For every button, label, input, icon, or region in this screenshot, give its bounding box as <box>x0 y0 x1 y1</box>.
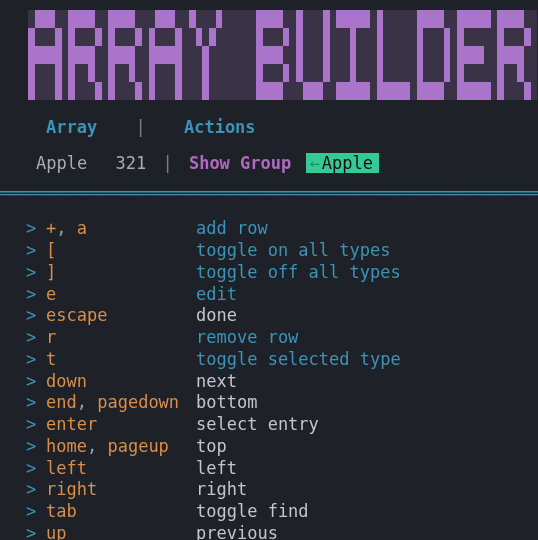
keybinding-row[interactable]: >tabtoggle find <box>26 501 538 523</box>
keybinding-row[interactable]: >+, aadd row <box>26 218 538 240</box>
crumb-name: Apple <box>36 153 87 173</box>
keybinding-action: select entry <box>196 414 319 436</box>
menu-separator: | <box>135 117 145 137</box>
keybinding-action[interactable]: toggle off all types <box>196 262 401 284</box>
key: t <box>46 349 56 369</box>
keybinding-action[interactable]: add row <box>196 218 268 240</box>
chevron-right-icon: > <box>26 262 46 284</box>
keybinding-keys: down <box>46 371 196 393</box>
keybinding-row[interactable]: >ttoggle selected type <box>26 349 538 371</box>
chevron-right-icon: > <box>26 327 46 349</box>
menu-bar: Array | Actions <box>0 103 538 147</box>
group-tag[interactable]: ←Apple <box>306 153 379 173</box>
key: pageup <box>107 436 168 456</box>
chevron-right-icon: > <box>26 371 46 393</box>
keybinding-keys: r <box>46 327 196 349</box>
crumb-count: 321 <box>115 153 146 173</box>
crumb-separator: | <box>162 153 172 173</box>
keybinding-keys: home, pageup <box>46 436 196 458</box>
chevron-right-icon: > <box>26 479 46 501</box>
chevron-right-icon: > <box>26 458 46 480</box>
key-separator: , <box>56 218 76 238</box>
chevron-right-icon: > <box>26 414 46 436</box>
key: a <box>77 218 87 238</box>
keybinding-action: right <box>196 479 247 501</box>
keybinding-action: left <box>196 458 237 480</box>
key: pagedown <box>97 392 179 412</box>
chevron-right-icon: > <box>26 305 46 327</box>
keybinding-row[interactable]: >[toggle on all types <box>26 240 538 262</box>
keybinding-row[interactable]: >rightright <box>26 479 538 501</box>
key: [ <box>46 240 56 260</box>
menu-actions[interactable]: Actions <box>184 117 256 137</box>
chevron-right-icon: > <box>26 240 46 262</box>
keybinding-action: top <box>196 436 227 458</box>
chevron-right-icon: > <box>26 523 46 540</box>
divider: ════════════════════════════════════════… <box>0 181 538 205</box>
menu-array[interactable]: Array <box>46 117 97 137</box>
key: escape <box>46 305 107 325</box>
keybinding-row[interactable]: >leftleft <box>26 458 538 480</box>
keybinding-keys: end, pagedown <box>46 392 196 414</box>
keybinding-row[interactable]: >downnext <box>26 371 538 393</box>
keybinding-keys: right <box>46 479 196 501</box>
chevron-right-icon: > <box>26 501 46 523</box>
key: ] <box>46 262 56 282</box>
breadcrumb: Apple 321 | Show Group ←Apple <box>0 147 538 181</box>
keybinding-keys: left <box>46 458 196 480</box>
keybinding-keys: tab <box>46 501 196 523</box>
app-title-banner <box>0 0 538 103</box>
key: end <box>46 392 77 412</box>
keybinding-keys: up <box>46 523 196 540</box>
keybinding-action: next <box>196 371 237 393</box>
keybinding-action[interactable]: toggle on all types <box>196 240 390 262</box>
chevron-right-icon: > <box>26 218 46 240</box>
chevron-right-icon: > <box>26 436 46 458</box>
group-tag-label: Apple <box>322 153 373 173</box>
keybinding-keys: t <box>46 349 196 371</box>
keybinding-row[interactable]: >]toggle off all types <box>26 262 538 284</box>
key: e <box>46 284 56 304</box>
keybinding-row[interactable]: >escapedone <box>26 305 538 327</box>
key: home <box>46 436 87 456</box>
key: right <box>46 479 97 499</box>
key: down <box>46 371 87 391</box>
key: tab <box>46 501 77 521</box>
keybinding-row[interactable]: >upprevious <box>26 523 538 540</box>
keybinding-action[interactable]: toggle selected type <box>196 349 401 371</box>
keybinding-action[interactable]: remove row <box>196 327 298 349</box>
chevron-right-icon: > <box>26 392 46 414</box>
keybinding-action[interactable]: edit <box>196 284 237 306</box>
keybinding-row[interactable]: >eedit <box>26 284 538 306</box>
key-separator: , <box>87 436 107 456</box>
keybinding-row[interactable]: >enterselect entry <box>26 414 538 436</box>
key: r <box>46 327 56 347</box>
chevron-right-icon: > <box>26 349 46 371</box>
key-separator: , <box>77 392 97 412</box>
keybinding-list: >+, aadd row>[toggle on all types>]toggl… <box>0 204 538 540</box>
keybinding-keys: escape <box>46 305 196 327</box>
keybinding-keys: [ <box>46 240 196 262</box>
show-group-button[interactable]: Show Group <box>189 153 291 173</box>
keybinding-row[interactable]: >rremove row <box>26 327 538 349</box>
key: enter <box>46 414 97 434</box>
arrow-left-icon: ← <box>310 153 320 173</box>
keybinding-keys: enter <box>46 414 196 436</box>
keybinding-action: bottom <box>196 392 257 414</box>
chevron-right-icon: > <box>26 284 46 306</box>
keybinding-action: previous <box>196 523 278 540</box>
keybinding-keys: ] <box>46 262 196 284</box>
keybinding-row[interactable]: >end, pagedownbottom <box>26 392 538 414</box>
keybinding-keys: e <box>46 284 196 306</box>
keybinding-row[interactable]: >home, pageuptop <box>26 436 538 458</box>
keybinding-action: toggle find <box>196 501 309 523</box>
key: + <box>46 218 56 238</box>
keybinding-action: done <box>196 305 237 327</box>
keybinding-keys: +, a <box>46 218 196 240</box>
key: left <box>46 458 87 478</box>
key: up <box>46 523 66 540</box>
